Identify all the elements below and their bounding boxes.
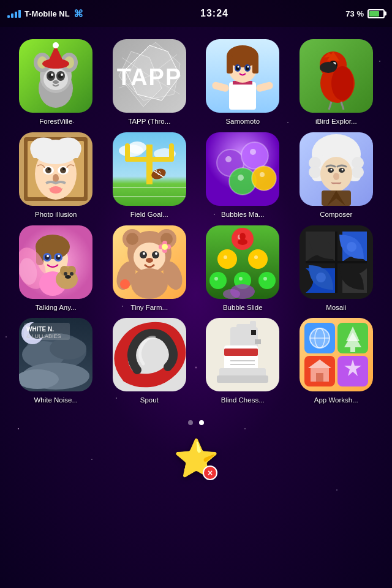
svg-rect-198: [224, 349, 258, 356]
app-icon-tapp: TAPP: [113, 39, 186, 113]
page-dot-1[interactable]: [188, 420, 193, 425]
app-item-talkinganimal[interactable]: Talking Any...: [12, 225, 100, 312]
app-icon-whitenoise: WHITE N. & LULLABIES: [19, 318, 92, 391]
svg-point-14: [53, 80, 59, 84]
svg-point-161: [254, 255, 258, 259]
app-item-composer[interactable]: Composer: [293, 132, 380, 219]
app-icon-spout: [113, 318, 186, 391]
svg-point-160: [224, 255, 227, 259]
svg-point-140: [140, 251, 147, 258]
svg-point-108: [333, 173, 339, 180]
app-item-mosaii[interactable]: Mosaii: [293, 225, 380, 312]
svg-point-175: [347, 242, 356, 252]
svg-point-132: [65, 275, 71, 279]
svg-point-136: [126, 233, 138, 245]
svg-rect-174: [306, 261, 367, 263]
svg-point-63: [48, 168, 50, 170]
svg-point-159: [248, 249, 268, 269]
app-label-ibird: iBird Explor...: [315, 118, 357, 126]
svg-rect-191: [236, 324, 252, 333]
app-item-tinyfarm[interactable]: Tiny Farm...: [106, 225, 194, 312]
bottom-star-area: ⭐ ×: [0, 437, 392, 480]
svg-text:WHITE N.: WHITE N.: [26, 326, 54, 333]
app-icon-blindchess: [206, 318, 279, 391]
app-label-whitenoise: White Noise...: [34, 396, 78, 405]
app-item-forestville[interactable]: ForestVille: [12, 39, 100, 126]
svg-point-144: [146, 258, 153, 263]
svg-rect-193: [251, 330, 256, 335]
svg-point-66: [50, 186, 62, 194]
svg-point-167: [263, 277, 267, 281]
svg-point-91: [238, 175, 244, 181]
svg-point-38: [238, 66, 239, 68]
svg-point-145: [131, 268, 168, 299]
svg-point-7: [43, 68, 68, 90]
app-label-tinyfarm: Tiny Farm...: [130, 304, 168, 312]
app-item-ibird[interactable]: iBird Explor...: [293, 39, 380, 126]
page-dot-2[interactable]: [199, 420, 204, 425]
svg-point-85: [225, 156, 232, 162]
svg-point-109: [328, 184, 345, 191]
app-item-whitenoise[interactable]: WHITE N. & LULLABIES White Noise...: [12, 318, 100, 405]
signal-bar-2: [11, 13, 13, 18]
app-icon-tinyfarm: [113, 225, 186, 299]
svg-point-141: [152, 251, 159, 258]
app-icon-bubbles: [206, 132, 279, 206]
svg-point-88: [250, 149, 256, 155]
svg-point-12: [51, 74, 53, 76]
svg-point-180: [50, 337, 86, 360]
svg-rect-71: [146, 145, 153, 184]
app-item-photoillusion[interactable]: Photo illusion: [12, 132, 100, 219]
svg-text:& LULLABIES: & LULLABIES: [26, 333, 61, 339]
app-item-blindchess[interactable]: Blind Chess...: [199, 318, 287, 405]
app-item-fieldgoal[interactable]: Field Goal...: [106, 132, 194, 219]
svg-rect-73: [125, 143, 130, 162]
badge-icon: ×: [208, 468, 213, 478]
battery-fill: [369, 11, 379, 17]
app-item-spout[interactable]: Spout: [106, 318, 194, 405]
wifi-icon: ⌘: [74, 8, 83, 20]
svg-rect-72: [125, 157, 174, 162]
battery-icon: [368, 9, 385, 18]
svg-point-69: [128, 141, 146, 154]
svg-point-106: [330, 168, 332, 170]
svg-point-122: [58, 255, 60, 257]
svg-point-142: [143, 252, 145, 255]
svg-point-121: [47, 255, 49, 257]
app-item-tapp[interactable]: TAPP TAPP (Thro...: [106, 39, 194, 126]
app-label-appworkshop: App Worksh...: [314, 396, 358, 405]
app-icon-fieldgoal: [113, 132, 186, 206]
star-button[interactable]: ⭐ ×: [175, 437, 217, 480]
app-icon-bubbleslide: [206, 225, 279, 299]
battery-percent: 73 %: [345, 9, 364, 18]
svg-point-107: [341, 168, 343, 170]
svg-rect-197: [217, 375, 268, 383]
signal-bar-3: [15, 12, 17, 18]
app-item-bubbles[interactable]: Bubbles Ma...: [199, 132, 287, 219]
svg-point-94: [260, 172, 265, 177]
status-time: 13:24: [200, 8, 228, 19]
app-icon-ibird: [300, 39, 373, 113]
svg-point-165: [214, 277, 218, 281]
app-icon-appworkshop: [300, 318, 373, 391]
status-right: 73 %: [345, 9, 385, 18]
svg-point-148: [120, 279, 130, 289]
svg-point-17: [53, 42, 59, 48]
app-icon-photoillusion: [19, 132, 92, 206]
svg-point-166: [239, 277, 243, 281]
svg-point-158: [217, 249, 237, 269]
svg-point-50: [320, 62, 337, 73]
svg-point-176: [316, 273, 326, 282]
svg-point-64: [62, 168, 65, 170]
app-item-samomoto[interactable]: Samomoto: [199, 39, 287, 126]
app-label-bubbles: Bubbles Ma...: [221, 211, 264, 219]
svg-rect-32: [227, 55, 233, 74]
app-item-appworkshop[interactable]: App Worksh...: [293, 318, 380, 405]
app-label-composer: Composer: [320, 211, 352, 219]
svg-point-143: [155, 252, 157, 255]
app-label-talkinganimal: Talking Any...: [36, 304, 77, 312]
svg-rect-74: [169, 143, 174, 162]
app-label-bubbleslide: Bubble Slide: [223, 304, 263, 312]
app-item-bubbleslide[interactable]: Bubble Slide: [199, 225, 287, 312]
svg-point-162: [209, 272, 227, 289]
